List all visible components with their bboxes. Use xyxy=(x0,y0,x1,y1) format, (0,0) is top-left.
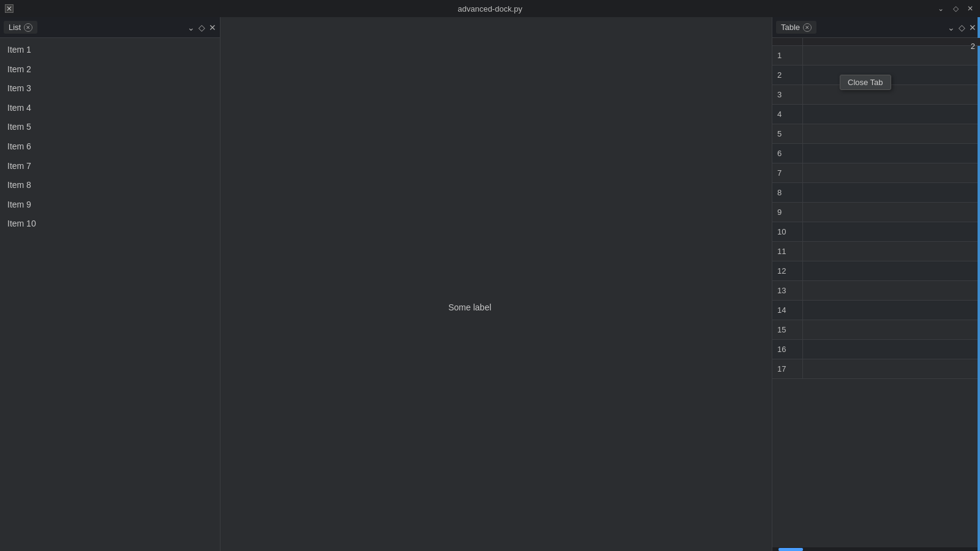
left-panel-tab-controls: ⌄ ◇ ✕ xyxy=(187,23,216,32)
scroll-indicator xyxy=(772,547,980,551)
table-cell-num: 8 xyxy=(772,183,803,202)
table-row[interactable]: 7 xyxy=(772,163,980,183)
table-cell-main xyxy=(803,261,980,280)
left-panel-tab-bar: List ✕ ⌄ ◇ ✕ xyxy=(0,17,220,38)
table-cell-main xyxy=(803,85,980,104)
table-cell-num: 6 xyxy=(772,144,803,163)
table-cell-num: 11 xyxy=(772,242,803,261)
right-panel-tab-bar: Table ✕ ⌄ ◇ ✕ xyxy=(772,17,980,38)
table-cell-num: 2 xyxy=(772,66,803,84)
table-cell-main xyxy=(803,105,980,124)
table-col1-header xyxy=(772,38,803,45)
center-label: Some label xyxy=(441,302,491,312)
table-cell-num: 7 xyxy=(772,163,803,182)
list-tab-close[interactable]: ✕ xyxy=(24,23,32,32)
list-content: Item 1Item 2Item 3Item 4Item 5Item 6Item… xyxy=(0,38,220,551)
table-container: 1234567891011121314151617 xyxy=(772,46,980,547)
window-title: advanced-dock.py xyxy=(458,4,522,13)
table-cell-main xyxy=(803,163,980,182)
table-cell-main xyxy=(803,66,980,84)
table-row[interactable]: 4 xyxy=(772,105,980,124)
right-panel: Table ✕ ⌄ ◇ ✕ Close Tab 2 12345678910111… xyxy=(772,17,980,551)
window-maximize-btn[interactable]: ◇ xyxy=(951,4,960,13)
left-chevron-icon[interactable]: ⌄ xyxy=(187,23,195,32)
table-cell-num: 13 xyxy=(772,281,803,300)
left-diamond-icon[interactable]: ◇ xyxy=(198,23,205,32)
table-row[interactable]: 10 xyxy=(772,222,980,242)
table-row[interactable]: 17 xyxy=(772,359,980,379)
table-tab[interactable]: Table ✕ xyxy=(776,21,816,34)
table-cell-num: 10 xyxy=(772,222,803,241)
table-cell-main xyxy=(803,124,980,143)
table-col2-value: 2 xyxy=(971,42,975,51)
table-cell-num: 1 xyxy=(772,46,803,65)
table-row[interactable]: 1 xyxy=(772,46,980,66)
table-col2-header: Close Tab 2 xyxy=(803,38,980,45)
list-item[interactable]: Item 7 xyxy=(0,157,220,176)
right-resize-handle[interactable] xyxy=(978,17,980,551)
list-item[interactable]: Item 1 xyxy=(0,40,220,60)
list-tab[interactable]: List ✕ xyxy=(4,21,37,34)
scroll-thumb xyxy=(778,548,803,551)
window-minimize-btn[interactable]: ⌄ xyxy=(936,4,946,13)
right-diamond-icon[interactable]: ◇ xyxy=(959,23,965,32)
title-bar-left xyxy=(5,4,13,13)
table-cell-num: 14 xyxy=(772,301,803,320)
table-cell-main xyxy=(803,222,980,241)
table-cell-main xyxy=(803,281,980,300)
table-cell-num: 9 xyxy=(772,203,803,222)
right-panel-tab-controls: ⌄ ◇ ✕ xyxy=(948,23,976,32)
table-row[interactable]: 12 xyxy=(772,261,980,281)
table-cell-num: 4 xyxy=(772,105,803,124)
window-close-btn[interactable]: ✕ xyxy=(965,4,975,13)
list-item[interactable]: Item 4 xyxy=(0,99,220,118)
left-panel: List ✕ ⌄ ◇ ✕ Item 1Item 2Item 3Item 4Ite… xyxy=(0,17,221,551)
title-bar-right: ⌄ ◇ ✕ xyxy=(936,4,975,13)
main-layout: List ✕ ⌄ ◇ ✕ Item 1Item 2Item 3Item 4Ite… xyxy=(0,17,980,551)
list-item[interactable]: Item 3 xyxy=(0,79,220,99)
list-item[interactable]: Item 9 xyxy=(0,195,220,215)
table-tab-close[interactable]: ✕ xyxy=(803,23,812,32)
table-cell-main xyxy=(803,46,980,65)
window-close-icon[interactable] xyxy=(5,4,13,13)
table-cell-main xyxy=(803,320,980,339)
table-row[interactable]: 14 xyxy=(772,301,980,320)
title-bar: advanced-dock.py ⌄ ◇ ✕ xyxy=(0,0,980,17)
list-item[interactable]: Item 5 xyxy=(0,118,220,137)
left-close-icon[interactable]: ✕ xyxy=(209,23,216,32)
table-row[interactable]: 16 xyxy=(772,340,980,359)
table-row[interactable]: 5 xyxy=(772,124,980,144)
center-area: Some label xyxy=(221,17,772,551)
table-row[interactable]: 11 xyxy=(772,242,980,261)
table-row[interactable]: 13 xyxy=(772,281,980,301)
table-header: Close Tab 2 xyxy=(772,38,980,46)
table-cell-num: 16 xyxy=(772,340,803,359)
table-cell-num: 15 xyxy=(772,320,803,339)
list-item[interactable]: Item 10 xyxy=(0,214,220,234)
table-cell-main xyxy=(803,183,980,202)
table-cell-num: 12 xyxy=(772,261,803,280)
table-cell-num: 17 xyxy=(772,359,803,378)
right-close-icon[interactable]: ✕ xyxy=(969,23,976,32)
list-item[interactable]: Item 2 xyxy=(0,60,220,80)
list-item[interactable]: Item 8 xyxy=(0,176,220,195)
table-cell-num: 5 xyxy=(772,124,803,143)
list-item[interactable]: Item 6 xyxy=(0,137,220,157)
table-cell-main xyxy=(803,340,980,359)
table-cell-num: 3 xyxy=(772,85,803,104)
table-tab-label: Table xyxy=(781,23,800,32)
table-row[interactable]: 8 xyxy=(772,183,980,203)
table-row[interactable]: 9 xyxy=(772,203,980,222)
right-chevron-icon[interactable]: ⌄ xyxy=(948,23,955,32)
table-cell-main xyxy=(803,203,980,222)
close-tab-button[interactable]: Close Tab xyxy=(840,75,891,90)
list-tab-label: List xyxy=(9,23,21,32)
table-cell-main xyxy=(803,242,980,261)
table-cell-main xyxy=(803,301,980,320)
table-row[interactable]: 6 xyxy=(772,144,980,163)
table-row[interactable]: 15 xyxy=(772,320,980,340)
table-cell-main xyxy=(803,144,980,163)
table-cell-main xyxy=(803,359,980,378)
